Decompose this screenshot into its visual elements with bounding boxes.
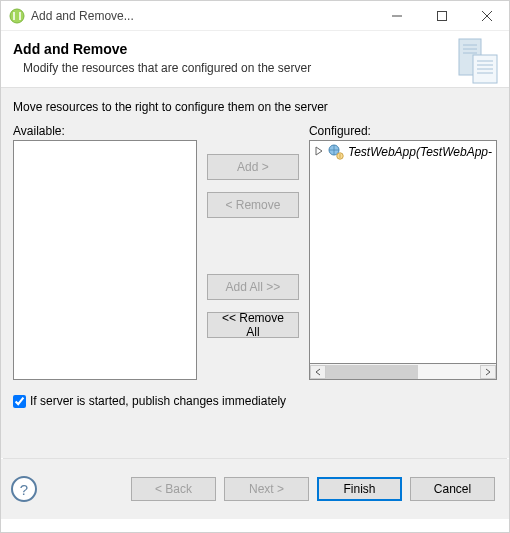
scroll-left-icon[interactable] [310, 365, 326, 379]
publish-checkbox-row: If server is started, publish changes im… [13, 394, 497, 408]
chevron-right-icon[interactable] [314, 145, 324, 159]
main-content: Move resources to the right to configure… [1, 88, 509, 458]
available-label: Available: [13, 124, 197, 138]
available-column: Available: [13, 124, 197, 380]
cancel-button[interactable]: Cancel [410, 477, 495, 501]
titlebar: Add and Remove... [1, 1, 509, 31]
list-item-label: TestWebApp(TestWebApp- [348, 145, 492, 159]
horizontal-scrollbar[interactable] [309, 364, 497, 380]
available-list[interactable] [13, 140, 197, 380]
transfer-buttons: Add > < Remove Add All >> << Remove All [205, 124, 301, 380]
remove-button[interactable]: < Remove [207, 192, 299, 218]
wizard-subtitle: Modify the resources that are configured… [23, 61, 497, 75]
maximize-button[interactable] [419, 1, 464, 31]
list-item[interactable]: TestWebApp(TestWebApp- [310, 141, 496, 163]
svg-point-0 [10, 9, 24, 23]
server-icon [457, 37, 501, 90]
configured-list[interactable]: TestWebApp(TestWebApp- [309, 140, 497, 364]
back-button[interactable]: < Back [131, 477, 216, 501]
publish-checkbox-label[interactable]: If server is started, publish changes im… [30, 394, 286, 408]
window-title: Add and Remove... [31, 9, 374, 23]
add-all-button[interactable]: Add All >> [207, 274, 299, 300]
scroll-track[interactable] [326, 365, 480, 379]
scroll-right-icon[interactable] [480, 365, 496, 379]
scroll-thumb[interactable] [326, 365, 418, 379]
wizard-title: Add and Remove [13, 41, 497, 57]
publish-checkbox[interactable] [13, 395, 26, 408]
finish-button[interactable]: Finish [317, 477, 402, 501]
webapp-icon [328, 144, 344, 160]
wizard-footer: ? < Back Next > Finish Cancel [1, 459, 509, 519]
wizard-header: Add and Remove Modify the resources that… [1, 31, 509, 88]
next-button[interactable]: Next > [224, 477, 309, 501]
app-icon [9, 8, 25, 24]
help-button[interactable]: ? [11, 476, 37, 502]
configured-column: Configured: TestWebApp(TestWebA [309, 124, 497, 380]
add-button[interactable]: Add > [207, 154, 299, 180]
minimize-button[interactable] [374, 1, 419, 31]
svg-rect-2 [437, 11, 446, 20]
instruction-text: Move resources to the right to configure… [13, 100, 497, 114]
configured-label: Configured: [309, 124, 497, 138]
remove-all-button[interactable]: << Remove All [207, 312, 299, 338]
close-button[interactable] [464, 1, 509, 31]
